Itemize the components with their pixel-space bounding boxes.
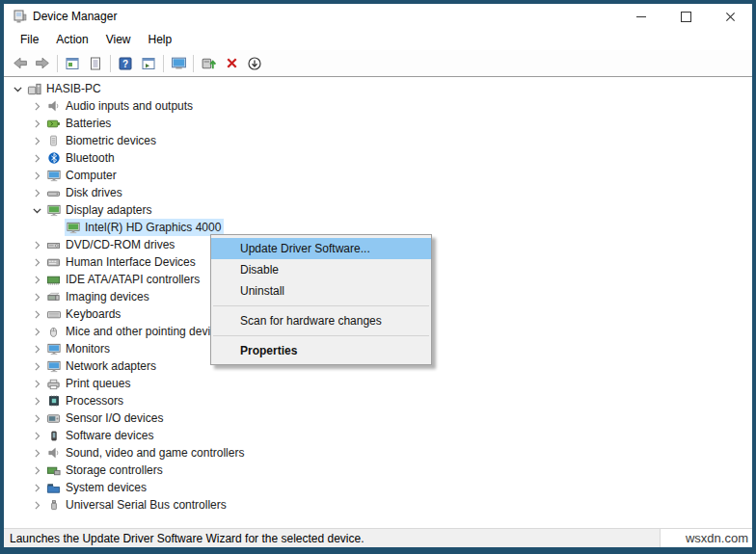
chevron-right-icon[interactable]	[29, 289, 45, 304]
menu-view[interactable]: View	[97, 29, 140, 50]
tree-item-label: Keyboards	[66, 307, 121, 321]
tree-item[interactable]: Display adapters	[4, 201, 752, 219]
chevron-right-icon[interactable]	[29, 98, 45, 114]
tree-item-content[interactable]: Processors	[45, 392, 126, 409]
tree-item-content[interactable]: Universal Serial Bus controllers	[45, 496, 230, 514]
chevron-right-icon[interactable]	[29, 306, 45, 322]
tree-item-content[interactable]: IDE ATA/ATAPI controllers	[45, 271, 202, 288]
chevron-right-icon[interactable]	[29, 393, 45, 409]
context-menu-item[interactable]: Update Driver Software...	[211, 238, 431, 259]
tree-item[interactable]: Bluetooth	[4, 149, 752, 167]
menu-file[interactable]: File	[12, 29, 47, 50]
menu-help[interactable]: Help	[140, 29, 181, 50]
tree-item-content[interactable]: Audio inputs and outputs	[45, 97, 196, 115]
chevron-right-icon[interactable]	[29, 376, 45, 391]
update-driver-software-button[interactable]	[197, 53, 220, 74]
show-console-tree-icon	[65, 56, 80, 71]
chevron-right-icon[interactable]	[29, 497, 45, 513]
tree-item-content[interactable]: Print queues	[45, 375, 133, 392]
chevron-right-icon[interactable]	[29, 445, 45, 461]
chevron-right-icon[interactable]	[29, 185, 45, 200]
tree-item-content[interactable]: Human Interface Devices	[45, 253, 199, 271]
chevron-placeholder	[48, 220, 65, 235]
tree-item-content[interactable]: Sensor I/O devices	[45, 409, 166, 427]
tree-item-content[interactable]: Monitors	[45, 340, 113, 357]
tree-item-content[interactable]: Display adapters	[45, 201, 154, 219]
tree-item-content[interactable]: Software devices	[45, 427, 156, 444]
watermark-panel: wsxdn.com	[660, 529, 752, 547]
tree-item[interactable]: Computer	[4, 167, 752, 184]
chevron-right-icon[interactable]	[29, 480, 45, 495]
tree-item-content[interactable]: Biometric devices	[45, 132, 159, 149]
forward-button[interactable]	[31, 53, 54, 74]
chevron-down-icon[interactable]	[10, 81, 26, 96]
tree-item-content[interactable]: HASIB-PC	[26, 80, 104, 97]
tree-item-content[interactable]: Bluetooth	[45, 149, 118, 167]
tree-item-label: Computer	[66, 169, 117, 182]
printer-icon	[45, 377, 62, 391]
context-menu-item[interactable]: Disable	[211, 259, 431, 280]
back-button[interactable]	[8, 53, 31, 74]
tree-item-content[interactable]: DVD/CD-ROM drives	[45, 236, 177, 253]
minimize-button[interactable]	[619, 4, 663, 29]
chevron-right-icon[interactable]	[29, 168, 45, 183]
chevron-right-icon[interactable]	[29, 341, 45, 356]
tree-item-content[interactable]: Sound, video and game controllers	[45, 444, 247, 462]
tree-item-content[interactable]: Disk drives	[45, 184, 125, 201]
forward-icon	[35, 55, 51, 71]
network-icon	[45, 359, 62, 374]
chevron-right-icon[interactable]	[29, 324, 45, 339]
tree-item-content[interactable]: Mice and other pointing devices	[45, 323, 231, 340]
tree-item[interactable]: Batteries	[4, 115, 752, 132]
tree-item[interactable]: Disk drives	[4, 184, 752, 201]
tree-item-content[interactable]: System devices	[45, 479, 149, 496]
tree-item-content[interactable]: Network adapters	[45, 357, 159, 375]
chevron-right-icon[interactable]	[29, 133, 45, 148]
tree-item[interactable]: Print queues	[4, 375, 752, 392]
close-button[interactable]	[708, 4, 752, 29]
disk-icon	[45, 186, 62, 200]
chevron-right-icon[interactable]	[29, 428, 45, 443]
tree-item-content[interactable]: Imaging devices	[45, 288, 152, 305]
devices-by-type-button[interactable]	[167, 53, 190, 74]
chevron-right-icon[interactable]	[29, 150, 45, 166]
tree-item[interactable]: Audio inputs and outputs	[4, 97, 752, 115]
tree-item-content[interactable]: Keyboards	[45, 305, 123, 323]
chevron-right-icon[interactable]	[29, 237, 45, 252]
uninstall-button[interactable]	[220, 53, 243, 74]
tree-item-content[interactable]: Intel(R) HD Graphics 4000	[65, 219, 224, 236]
chevron-right-icon[interactable]	[29, 272, 45, 287]
show-console-tree-button[interactable]	[61, 53, 84, 74]
menu-action[interactable]: Action	[47, 29, 96, 50]
export-list-button[interactable]	[137, 53, 160, 74]
toolbar-separator	[193, 55, 194, 72]
tree-item[interactable]: HASIB-PC	[4, 80, 752, 97]
tree-item-label: Disk drives	[66, 186, 122, 199]
disable-button[interactable]	[243, 53, 266, 74]
tree-item[interactable]: Universal Serial Bus controllers	[4, 496, 752, 514]
tree-item-label: Storage controllers	[66, 463, 163, 477]
tree-item-content[interactable]: Batteries	[45, 115, 114, 132]
tree-item[interactable]: Storage controllers	[4, 462, 752, 479]
tree-item[interactable]: System devices	[4, 479, 752, 496]
chevron-right-icon[interactable]	[29, 116, 45, 131]
chevron-right-icon[interactable]	[29, 462, 45, 478]
chevron-right-icon[interactable]	[29, 254, 45, 270]
tree-item-content[interactable]: Storage controllers	[45, 462, 166, 479]
tree-item[interactable]: Processors	[4, 392, 752, 409]
context-menu-item[interactable]: Scan for hardware changes	[211, 310, 431, 331]
maximize-button[interactable]	[663, 4, 708, 29]
tree-item-content[interactable]: Computer	[45, 167, 120, 184]
context-menu-item[interactable]: Properties	[211, 340, 431, 361]
chevron-right-icon[interactable]	[29, 358, 45, 374]
tree-item[interactable]: Biometric devices	[4, 132, 752, 149]
tree-item[interactable]: Sound, video and game controllers	[4, 444, 752, 462]
context-menu-item[interactable]: Uninstall	[211, 280, 431, 302]
monitor-icon	[45, 169, 62, 183]
chevron-right-icon[interactable]	[29, 410, 45, 426]
help-button[interactable]: ?	[114, 53, 137, 74]
properties-button[interactable]	[84, 53, 107, 74]
tree-item[interactable]: Software devices	[4, 427, 752, 444]
tree-item[interactable]: Sensor I/O devices	[4, 409, 752, 427]
chevron-down-icon[interactable]	[29, 202, 45, 218]
